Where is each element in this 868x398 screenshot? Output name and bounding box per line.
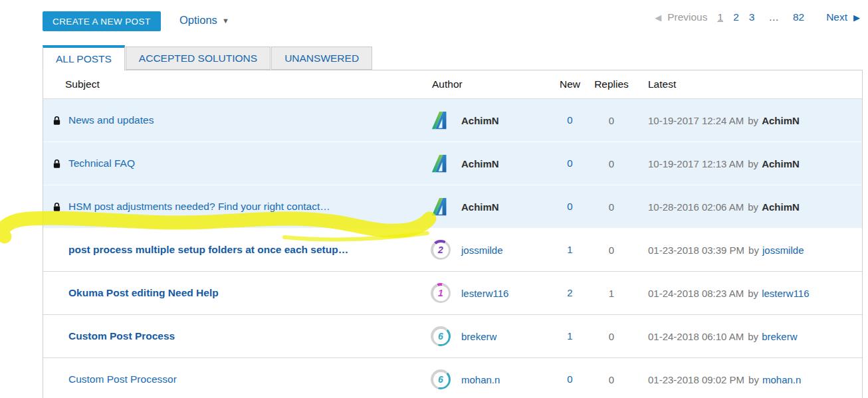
previous-page-button[interactable]: ◀Previous [655, 11, 707, 23]
tab-accepted-solutions[interactable]: ACCEPTED SOLUTIONS [126, 47, 271, 70]
latest-by: by [748, 115, 758, 126]
latest-author-link[interactable]: jossmilde [762, 245, 804, 256]
new-count-link[interactable]: 0 [567, 373, 572, 385]
new-count-cell: 0 [552, 114, 588, 126]
user-rank-avatar[interactable]: 1 [431, 283, 451, 303]
new-count-cell: 0 [552, 157, 588, 169]
latest-author-link[interactable]: brekerw [762, 331, 797, 342]
new-count-link[interactable]: 1 [567, 244, 572, 255]
latest-date: 01-23-2018 03:39 PM [648, 245, 744, 256]
subject-cell: Custom Post Processor [43, 373, 425, 385]
post-subject-link[interactable]: post process multiple setup folders at o… [68, 244, 348, 256]
latest-date: 01-23-2018 09:02 PM [648, 374, 744, 385]
author-cell: AchimN [425, 110, 552, 130]
latest-cell: 01-24-2018 08:23 AMbylesterw116 [635, 288, 862, 299]
lock-icon [53, 202, 61, 212]
lock-icon [53, 159, 61, 169]
latest-by: by [748, 331, 758, 342]
new-count-link[interactable]: 0 [567, 114, 572, 126]
author-link[interactable]: lesterw116 [461, 288, 508, 299]
chevron-down-icon: ▼ [222, 17, 229, 25]
user-rank-avatar[interactable]: 6 [431, 326, 451, 346]
author-link[interactable]: mohan.n [461, 374, 500, 385]
tab-all-posts[interactable]: ALL POSTS [43, 45, 125, 70]
new-count-link[interactable]: 0 [567, 157, 572, 169]
left-triangle-icon: ◀ [655, 13, 661, 23]
new-count-link[interactable]: 1 [567, 330, 572, 342]
next-label: Next [826, 11, 847, 23]
latest-by: by [748, 245, 759, 256]
author-link[interactable]: AchimN [461, 115, 499, 126]
post-subject-link[interactable]: News and updates [68, 114, 154, 126]
table-row: Okuma Post editing Need Help 1 lesterw11… [43, 272, 862, 315]
table-row: Custom Post Process 6 brekerw 1 0 01-24-… [43, 315, 862, 358]
page-link-last[interactable]: 82 [793, 11, 804, 23]
post-subject-link[interactable]: Custom Post Process [68, 330, 175, 342]
user-rank-avatar[interactable]: 2 [431, 240, 451, 260]
subject-cell: Custom Post Process [43, 330, 425, 342]
options-dropdown[interactable]: Options▼ [179, 14, 229, 27]
latest-cell: 01-23-2018 03:39 PMbyjossmilde [635, 245, 862, 256]
latest-by: by [748, 374, 759, 385]
header-replies: Replies [588, 78, 635, 90]
user-avatar[interactable] [431, 153, 451, 173]
user-avatar[interactable] [431, 110, 451, 130]
page-link-2[interactable]: 2 [733, 11, 739, 23]
latest-author-link[interactable]: AchimN [762, 201, 800, 213]
new-count-link[interactable]: 2 [567, 287, 572, 298]
pagination: ◀Previous 1 2 3 … 82 Next▶ [655, 11, 860, 23]
latest-author-link[interactable]: AchimN [762, 115, 800, 126]
new-count-cell: 2 [552, 287, 588, 299]
latest-date: 10-19-2017 12:13 AM [648, 158, 744, 169]
replies-count: 0 [588, 331, 635, 342]
post-subject-link[interactable]: Custom Post Processor [68, 373, 177, 385]
post-subject-link[interactable]: Technical FAQ [68, 157, 135, 169]
next-page-button[interactable]: Next▶ [826, 11, 860, 23]
latest-date: 10-28-2016 02:06 AM [648, 201, 744, 213]
previous-label: Previous [667, 11, 707, 23]
subject-cell: News and updates [43, 114, 425, 126]
forum-page: { "colors": { "accent_blue": "#1b93cf", … [0, 0, 868, 398]
latest-date: 01-24-2018 06:10 AM [648, 331, 744, 342]
replies-count: 0 [588, 158, 635, 169]
latest-by: by [748, 158, 758, 169]
user-rank-avatar[interactable]: 6 [431, 369, 451, 389]
tab-bar: ALL POSTS ACCEPTED SOLUTIONS UNANSWERED [43, 45, 372, 70]
page-ellipsis: … [768, 11, 779, 23]
latest-author-link[interactable]: lesterw116 [762, 288, 809, 299]
latest-date: 10-19-2017 12:24 AM [648, 115, 744, 126]
replies-count: 0 [588, 201, 635, 213]
post-subject-link[interactable]: HSM post adjustments needed? Find your r… [68, 201, 330, 213]
new-count-cell: 1 [552, 330, 588, 342]
replies-count: 0 [588, 374, 635, 385]
post-subject-link[interactable]: Okuma Post editing Need Help [68, 287, 219, 299]
author-cell: AchimN [425, 153, 552, 173]
subject-cell: post process multiple setup folders at o… [43, 244, 425, 256]
toolbar: CREATE A NEW POST Options▼ ◀Previous 1 2… [0, 0, 868, 45]
posts-table: Subject Author New Replies Latest News a… [43, 70, 863, 398]
latest-author-link[interactable]: mohan.n [762, 374, 801, 385]
author-link[interactable]: AchimN [461, 158, 499, 169]
lock-icon [53, 116, 61, 126]
new-count-link[interactable]: 0 [567, 201, 572, 212]
subject-cell: HSM post adjustments needed? Find your r… [43, 201, 425, 213]
latest-cell: 10-28-2016 02:06 AMbyAchimN [635, 201, 862, 213]
latest-author-link[interactable]: AchimN [762, 158, 800, 169]
latest-cell: 01-23-2018 09:02 PMbymohan.n [635, 374, 862, 385]
page-link-1[interactable]: 1 [718, 11, 724, 23]
create-new-post-button[interactable]: CREATE A NEW POST [43, 11, 161, 31]
author-link[interactable]: AchimN [461, 201, 499, 213]
latest-by: by [748, 288, 758, 299]
author-cell: AchimN [425, 197, 552, 217]
table-row: News and updates AchimN 0 0 10-19-2017 1… [43, 99, 862, 142]
latest-date: 01-24-2018 08:23 AM [648, 288, 744, 299]
header-subject: Subject [43, 78, 425, 90]
table-header-row: Subject Author New Replies Latest [43, 70, 862, 99]
author-link[interactable]: jossmilde [461, 245, 503, 256]
page-link-3[interactable]: 3 [749, 11, 755, 23]
subject-cell: Technical FAQ [43, 157, 425, 169]
latest-cell: 10-19-2017 12:24 AMbyAchimN [635, 115, 862, 126]
author-link[interactable]: brekerw [461, 331, 496, 342]
user-avatar[interactable] [431, 197, 451, 217]
tab-unanswered[interactable]: UNANSWERED [271, 47, 372, 70]
